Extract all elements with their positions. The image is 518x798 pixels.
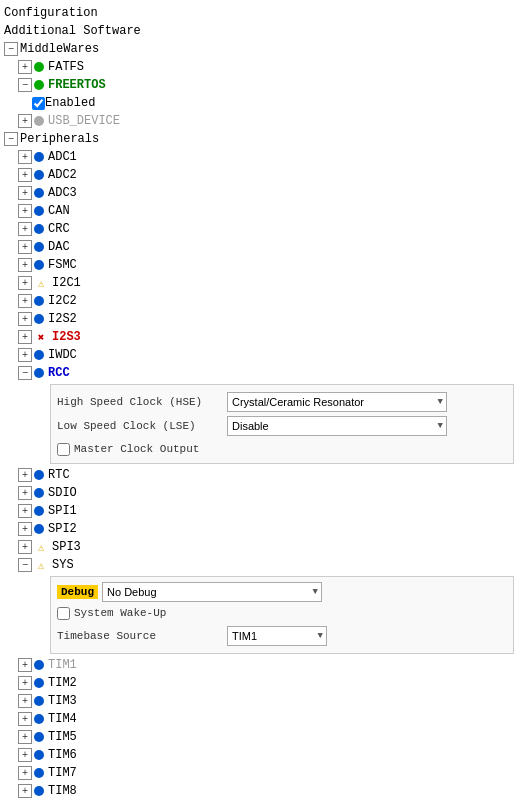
master-clock-row: Master Clock Output: [57, 439, 507, 459]
adc3-label: ADC3: [48, 186, 77, 200]
crc-item[interactable]: CRC: [0, 220, 518, 238]
tim8-item[interactable]: TIM8: [0, 782, 518, 798]
peripherals-expander[interactable]: [4, 132, 18, 146]
adc2-item[interactable]: ADC2: [0, 166, 518, 184]
tim5-expander[interactable]: [18, 730, 32, 744]
rcc-item[interactable]: RCC: [0, 364, 518, 382]
tim4-item[interactable]: TIM4: [0, 710, 518, 728]
i2c1-warning-icon: ⚠: [34, 276, 48, 290]
spi1-item[interactable]: SPI1: [0, 502, 518, 520]
spi3-label: SPI3: [52, 540, 81, 554]
tim8-dot: [34, 786, 44, 796]
adc1-expander[interactable]: [18, 150, 32, 164]
configuration-label: Configuration: [4, 6, 98, 20]
iwdc-label: IWDC: [48, 348, 77, 362]
timebase-row: Timebase Source TIM1 TIM2 SysTick: [57, 625, 507, 647]
tim7-expander[interactable]: [18, 766, 32, 780]
debug-select-wrapper: No Debug Serial Wire JTAG (4 pins) JTAG …: [102, 582, 322, 602]
adc3-expander[interactable]: [18, 186, 32, 200]
spi3-warning-icon: ⚠: [34, 540, 48, 554]
timebase-select[interactable]: TIM1 TIM2 SysTick: [227, 626, 327, 646]
hse-label: High Speed Clock (HSE): [57, 396, 227, 408]
spi1-expander[interactable]: [18, 504, 32, 518]
rtc-expander[interactable]: [18, 468, 32, 482]
fsmc-expander[interactable]: [18, 258, 32, 272]
peripherals-header[interactable]: Peripherals: [0, 130, 518, 148]
tim2-item[interactable]: TIM2: [0, 674, 518, 692]
dac-item[interactable]: DAC: [0, 238, 518, 256]
freertos-enabled-label: Enabled: [45, 96, 95, 110]
iwdc-item[interactable]: IWDC: [0, 346, 518, 364]
spi2-expander[interactable]: [18, 522, 32, 536]
sys-item[interactable]: ⚠ SYS: [0, 556, 518, 574]
sdio-expander[interactable]: [18, 486, 32, 500]
rcc-expander[interactable]: [18, 366, 32, 380]
fatfs-item[interactable]: FATFS: [0, 58, 518, 76]
tim2-expander[interactable]: [18, 676, 32, 690]
rtc-label: RTC: [48, 468, 70, 482]
can-item[interactable]: CAN: [0, 202, 518, 220]
crc-expander[interactable]: [18, 222, 32, 236]
tim3-dot: [34, 696, 44, 706]
can-expander[interactable]: [18, 204, 32, 218]
hse-select[interactable]: Crystal/Ceramic Resonator Disable BYPASS…: [227, 392, 447, 412]
i2s2-item[interactable]: I2S2: [0, 310, 518, 328]
i2s3-error-icon: ✖: [34, 330, 48, 344]
iwdc-dot: [34, 350, 44, 360]
section-additional-software: Additional Software: [0, 22, 518, 40]
debug-select[interactable]: No Debug Serial Wire JTAG (4 pins) JTAG …: [102, 582, 322, 602]
tim8-expander[interactable]: [18, 784, 32, 798]
freertos-enabled-checkbox[interactable]: [32, 97, 45, 110]
dac-expander[interactable]: [18, 240, 32, 254]
lse-select[interactable]: Disable Crystal/Ceramic Resonator BYPASS…: [227, 416, 447, 436]
middlewares-header[interactable]: MiddleWares: [0, 40, 518, 58]
adc2-expander[interactable]: [18, 168, 32, 182]
middlewares-expander[interactable]: [4, 42, 18, 56]
adc1-item[interactable]: ADC1: [0, 148, 518, 166]
rtc-item[interactable]: RTC: [0, 466, 518, 484]
tim6-expander[interactable]: [18, 748, 32, 762]
tim1-dot: [34, 660, 44, 670]
i2c2-expander[interactable]: [18, 294, 32, 308]
i2s3-label: I2S3: [52, 330, 81, 344]
adc1-dot: [34, 152, 44, 162]
i2s2-expander[interactable]: [18, 312, 32, 326]
fsmc-item[interactable]: FSMC: [0, 256, 518, 274]
tim5-label: TIM5: [48, 730, 77, 744]
usb-device-expander[interactable]: [18, 114, 32, 128]
tim6-dot: [34, 750, 44, 760]
freertos-item[interactable]: FREERTOS: [0, 76, 518, 94]
i2c2-item[interactable]: I2C2: [0, 292, 518, 310]
sys-expander[interactable]: [18, 558, 32, 572]
spi3-item[interactable]: ⚠ SPI3: [0, 538, 518, 556]
freertos-label: FREERTOS: [48, 78, 106, 92]
tim6-item[interactable]: TIM6: [0, 746, 518, 764]
tree-container: Configuration Additional Software Middle…: [0, 0, 518, 798]
tim3-expander[interactable]: [18, 694, 32, 708]
usb-device-item[interactable]: USB_DEVICE: [0, 112, 518, 130]
tim1-item[interactable]: TIM1: [0, 656, 518, 674]
freertos-expander[interactable]: [18, 78, 32, 92]
spi3-expander[interactable]: [18, 540, 32, 554]
wake-up-checkbox[interactable]: [57, 607, 70, 620]
dac-label: DAC: [48, 240, 70, 254]
i2c1-item[interactable]: ⚠ I2C1: [0, 274, 518, 292]
tim3-item[interactable]: TIM3: [0, 692, 518, 710]
tim5-item[interactable]: TIM5: [0, 728, 518, 746]
adc3-item[interactable]: ADC3: [0, 184, 518, 202]
master-clock-checkbox[interactable]: [57, 443, 70, 456]
tim1-expander[interactable]: [18, 658, 32, 672]
iwdc-expander[interactable]: [18, 348, 32, 362]
i2c1-expander[interactable]: [18, 276, 32, 290]
spi2-item[interactable]: SPI2: [0, 520, 518, 538]
freertos-dot: [34, 80, 44, 90]
tim7-item[interactable]: TIM7: [0, 764, 518, 782]
sdio-item[interactable]: SDIO: [0, 484, 518, 502]
i2s2-label: I2S2: [48, 312, 77, 326]
fatfs-expander[interactable]: [18, 60, 32, 74]
i2s3-expander[interactable]: [18, 330, 32, 344]
i2s3-item[interactable]: ✖ I2S3: [0, 328, 518, 346]
adc2-dot: [34, 170, 44, 180]
tim4-dot: [34, 714, 44, 724]
tim4-expander[interactable]: [18, 712, 32, 726]
